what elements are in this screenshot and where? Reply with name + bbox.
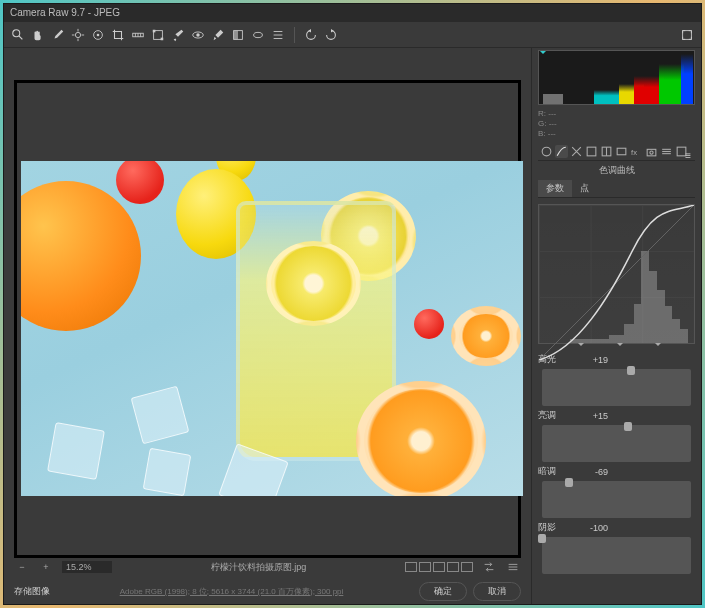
bottom-bar: 存储图像 Adobe RGB (1998); 8 位; 5616 x 3744 … xyxy=(4,578,531,604)
swap-icon[interactable] xyxy=(481,559,497,575)
toolbar xyxy=(4,22,701,48)
svg-text:fx: fx xyxy=(631,148,637,157)
slider-label: 暗调 xyxy=(538,465,578,478)
slider-thumb[interactable] xyxy=(627,366,635,375)
view-mode-icon[interactable] xyxy=(447,562,459,572)
slider-shadows: 阴影 -100 xyxy=(538,521,695,534)
brush-icon[interactable] xyxy=(210,27,226,43)
main-histogram[interactable] xyxy=(538,50,695,105)
svg-point-0 xyxy=(13,29,20,36)
slider-track-lights[interactable] xyxy=(542,425,691,462)
svg-point-35 xyxy=(650,151,653,154)
curve-marker[interactable] xyxy=(578,343,584,349)
tab-detail-icon[interactable] xyxy=(570,145,583,158)
slider-label: 阴影 xyxy=(538,521,578,534)
panel-menu-icon[interactable]: ≡ xyxy=(685,150,691,161)
slider-value[interactable]: +15 xyxy=(578,411,608,421)
targeted-adjust-icon[interactable] xyxy=(90,27,106,43)
slider-track-darks[interactable] xyxy=(542,481,691,518)
ok-button[interactable]: 确定 xyxy=(419,582,467,601)
subtab-parametric[interactable]: 参数 xyxy=(538,180,572,197)
svg-line-1 xyxy=(19,35,23,39)
svg-rect-14 xyxy=(153,29,156,32)
curve-marker[interactable] xyxy=(655,343,661,349)
preferences-icon[interactable] xyxy=(270,27,286,43)
zoom-in-button[interactable]: + xyxy=(38,562,54,572)
tab-camera-icon[interactable] xyxy=(645,145,658,158)
panel-title: 色调曲线 xyxy=(538,164,695,177)
filename-label: 柠檬汁饮料拍摄原图.jpg xyxy=(120,561,397,574)
preview-panel: − + 15.2% 柠檬汁饮料拍摄原图.jpg 存储图像 Adobe RGB (… xyxy=(4,48,531,604)
tab-lens-icon[interactable] xyxy=(615,145,628,158)
slider-thumb[interactable] xyxy=(624,422,632,431)
titlebar: Camera Raw 9.7 - JPEG xyxy=(4,4,701,22)
view-mode-icon[interactable] xyxy=(405,562,417,572)
crop-icon[interactable] xyxy=(110,27,126,43)
cancel-button[interactable]: 取消 xyxy=(473,582,521,601)
curve-subtabs: 参数 点 xyxy=(538,180,695,198)
tab-split-icon[interactable] xyxy=(600,145,613,158)
view-mode-buttons[interactable] xyxy=(405,562,473,572)
curve-marker[interactable] xyxy=(617,343,623,349)
separator xyxy=(294,27,295,43)
tone-curve-chart[interactable] xyxy=(538,204,695,344)
slider-track-highlights[interactable] xyxy=(542,369,691,406)
svg-rect-32 xyxy=(617,148,626,155)
tab-curves-icon[interactable] xyxy=(555,145,568,158)
subtab-point[interactable]: 点 xyxy=(572,180,597,197)
svg-rect-24 xyxy=(683,30,692,39)
spot-removal-icon[interactable] xyxy=(170,27,186,43)
transform-icon[interactable] xyxy=(150,27,166,43)
view-mode-icon[interactable] xyxy=(461,562,473,572)
slider-label: 亮调 xyxy=(538,409,578,422)
shadow-clip-icon[interactable] xyxy=(539,50,547,58)
svg-point-8 xyxy=(97,33,100,36)
app-window: Camera Raw 9.7 - JPEG xyxy=(3,3,702,605)
svg-rect-34 xyxy=(647,149,656,156)
slider-value[interactable]: -100 xyxy=(578,523,608,533)
eyedropper-icon[interactable] xyxy=(50,27,66,43)
zoom-out-button[interactable]: − xyxy=(14,562,30,572)
slider-track-shadows[interactable] xyxy=(542,537,691,574)
slider-thumb[interactable] xyxy=(565,478,573,487)
rotate-cw-icon[interactable] xyxy=(323,27,339,43)
tab-hsl-icon[interactable] xyxy=(585,145,598,158)
window-title: Camera Raw 9.7 - JPEG xyxy=(10,7,120,18)
workflow-options-link[interactable]: Adobe RGB (1998); 8 位; 5616 x 3744 (21.0… xyxy=(50,586,413,597)
view-mode-icon[interactable] xyxy=(419,562,431,572)
tab-fx-icon[interactable]: fx xyxy=(630,145,643,158)
slider-thumb[interactable] xyxy=(538,534,546,543)
tab-presets-icon[interactable] xyxy=(660,145,673,158)
svg-point-17 xyxy=(196,33,200,37)
svg-point-2 xyxy=(75,32,80,37)
svg-rect-29 xyxy=(587,147,596,156)
menu-icon[interactable] xyxy=(505,559,521,575)
save-image-button[interactable]: 存储图像 xyxy=(14,585,50,598)
view-mode-icon[interactable] xyxy=(433,562,445,572)
main-area: − + 15.2% 柠檬汁饮料拍摄原图.jpg 存储图像 Adobe RGB (… xyxy=(4,48,701,604)
r-value: R: --- xyxy=(538,109,695,119)
redeye-icon[interactable] xyxy=(190,27,206,43)
slider-lights: 亮调 +15 xyxy=(538,409,695,422)
zoom-icon[interactable] xyxy=(10,27,26,43)
slider-darks: 暗调 -69 xyxy=(538,465,695,478)
svg-point-20 xyxy=(254,32,263,37)
fullscreen-icon[interactable] xyxy=(679,27,695,43)
zoom-value[interactable]: 15.2% xyxy=(62,561,112,573)
hand-icon[interactable] xyxy=(30,27,46,43)
preview-image[interactable] xyxy=(21,161,523,496)
side-panel: R: --- G: --- B: --- fx 色调曲线 ≡ 参数 点 xyxy=(531,48,701,604)
tab-basic-icon[interactable] xyxy=(540,145,553,158)
zoom-bar: − + 15.2% 柠檬汁饮料拍摄原图.jpg xyxy=(14,558,521,576)
b-value: B: --- xyxy=(538,129,695,139)
svg-point-28 xyxy=(542,147,551,156)
rotate-ccw-icon[interactable] xyxy=(303,27,319,43)
svg-rect-19 xyxy=(234,30,238,39)
slider-value[interactable]: -69 xyxy=(578,467,608,477)
rgb-readout: R: --- G: --- B: --- xyxy=(538,109,695,139)
gradient-icon[interactable] xyxy=(230,27,246,43)
straighten-icon[interactable] xyxy=(130,27,146,43)
color-sampler-icon[interactable] xyxy=(70,27,86,43)
radial-icon[interactable] xyxy=(250,27,266,43)
panel-tabs: fx xyxy=(538,143,695,161)
